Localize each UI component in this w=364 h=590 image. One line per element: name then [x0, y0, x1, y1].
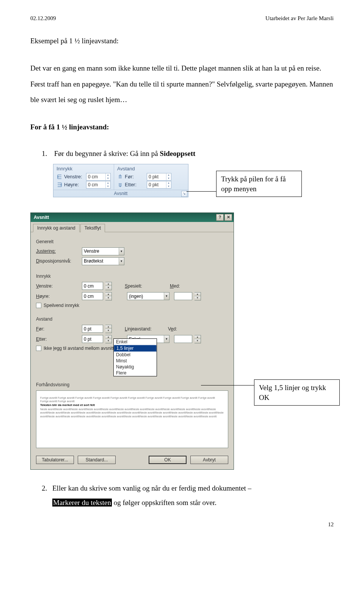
mirror-indent-label: Speilvend innrykk [44, 303, 79, 308]
spin-up-icon[interactable]: ▴ [166, 181, 171, 185]
before-value[interactable] [82, 326, 103, 332]
ribbon-after-value[interactable] [147, 182, 166, 187]
option-enkel[interactable]: Enkel [114, 339, 157, 345]
by-spinner[interactable]: ▴▾ [195, 292, 201, 301]
ribbon-group-label: Avsnitt ↘ [53, 190, 188, 197]
option-dobbel[interactable]: Dobbel [114, 352, 157, 358]
spin-up-icon[interactable]: ▴ [106, 173, 110, 177]
alignment-combo[interactable]: ▾ [82, 247, 124, 255]
page-number: 12 [30, 521, 334, 528]
right-indent-spinner[interactable]: ▴▾ [105, 292, 112, 301]
after-spinner[interactable]: ▴▾ [105, 335, 112, 343]
checkbox-icon[interactable] [36, 303, 41, 308]
alignment-value[interactable] [82, 249, 119, 254]
spin-down-icon[interactable]: ▾ [106, 185, 110, 188]
before-spinner[interactable]: ▴▾ [105, 325, 112, 333]
step-1-bold: Sideoppsett [160, 149, 195, 157]
special-label: Spesielt: [125, 283, 153, 289]
preview-grey-1: Forrige avsnitt Forrige avsnitt Forrige … [40, 396, 224, 403]
option-1-5-linjer[interactable]: 1,5 linjer [114, 345, 157, 352]
chevron-down-icon[interactable]: ▾ [119, 248, 124, 255]
at-spinner[interactable]: ▴▾ [195, 335, 201, 343]
ribbon-right-spinner[interactable]: ▴▾ [86, 181, 111, 189]
right-indent-field[interactable] [82, 292, 103, 300]
header-date: 02.12.2009 [30, 15, 56, 22]
ribbon-left-spinner[interactable]: ▴▾ [86, 173, 111, 181]
default-button[interactable]: Standard... [78, 456, 116, 464]
spin-up-icon[interactable]: ▴ [106, 181, 110, 185]
paragraph-dialog: Avsnitt ? ✕ Innrykk og avstand Tekstflyt… [30, 212, 234, 470]
ribbon-right-label: Høyre: [64, 182, 85, 187]
chevron-down-icon[interactable]: ▾ [164, 335, 169, 343]
spin-down-icon[interactable]: ▾ [106, 177, 110, 180]
ribbon-paragraph-group: Innrykk Venstre: ▴▾ [53, 164, 188, 197]
help-button[interactable]: ? [216, 214, 224, 221]
ribbon-left-label: Venstre: [64, 174, 85, 179]
before-field[interactable] [82, 325, 103, 333]
linespacing-dropdown[interactable]: Enkel 1,5 linjer Dobbel Minst Nøyaktig F… [113, 338, 157, 376]
tab-textflow[interactable]: Tekstflyt [80, 224, 105, 232]
indent-left-icon [56, 174, 63, 180]
ribbon-spacing-head: Avstand [117, 166, 171, 171]
group-indent: Innrykk [36, 274, 228, 279]
special-combo[interactable]: ▾ [127, 292, 169, 300]
intro-body: Det var en gang en mann som ikke kunne t… [30, 60, 334, 108]
step-2-highlight: Markerer du teksten [52, 499, 112, 507]
space-after-icon [117, 182, 123, 188]
option-flere[interactable]: Flere [114, 370, 157, 376]
ribbon-left-value[interactable] [86, 174, 105, 179]
cancel-button[interactable]: Avbryt [190, 456, 228, 464]
dialog-title: Avsnitt [34, 215, 49, 220]
by-value[interactable] [174, 294, 192, 299]
spin-down-icon[interactable]: ▾ [166, 177, 171, 180]
no-space-label: Ikke legg til avstand mellom avsnitt med [44, 346, 124, 351]
ribbon-after-spinner[interactable]: ▴▾ [147, 181, 171, 189]
ok-button[interactable]: OK [149, 456, 187, 464]
step-1-num: 1. [42, 146, 52, 161]
at-field[interactable] [174, 335, 192, 343]
left-indent-spinner[interactable]: ▴▾ [105, 282, 112, 290]
tab-indent-spacing[interactable]: Innrykk og avstand [33, 224, 80, 232]
ribbon-after-label: Etter: [125, 182, 145, 187]
right-indent-label: Høyre: [36, 294, 80, 299]
option-noyaktig[interactable]: Nøyaktig [114, 364, 157, 370]
left-indent-value[interactable] [82, 283, 103, 289]
by-field[interactable] [174, 292, 192, 300]
step-2-text-a: Eller kan du skrive som vanlig og når du… [52, 484, 251, 492]
right-indent-value[interactable] [82, 294, 103, 299]
option-minst[interactable]: Minst [114, 358, 157, 364]
outline-value[interactable] [82, 258, 119, 264]
spin-up-icon[interactable]: ▴ [166, 173, 171, 177]
callout-line [187, 191, 216, 192]
step-2-num: 2. [42, 481, 52, 496]
after-field[interactable] [82, 335, 103, 343]
chevron-down-icon[interactable]: ▾ [164, 293, 169, 300]
special-value[interactable] [127, 294, 164, 299]
left-indent-field[interactable] [82, 282, 103, 290]
ribbon-before-label: Før: [125, 174, 145, 179]
mirror-indent-checkbox[interactable]: Speilvend innrykk [36, 303, 228, 308]
after-value[interactable] [82, 337, 103, 342]
step-2-text-b: og følger oppskriften som står over. [112, 499, 217, 507]
group-general: Generelt [36, 239, 228, 244]
section-heading: For å få 1 ½ linjeavstand: [30, 119, 334, 135]
callout-line-2 [201, 385, 254, 385]
group-preview: Forhåndsvisning [36, 382, 228, 387]
close-button[interactable]: ✕ [224, 214, 232, 221]
ribbon-before-value[interactable] [147, 174, 166, 179]
step-1: 1. Før du begynner å skrive: Gå inn på S… [42, 146, 334, 161]
outline-combo[interactable]: ▾ [82, 257, 124, 265]
at-label: Ved: [168, 326, 183, 332]
tabs-button[interactable]: Tabulatorer... [36, 456, 74, 464]
checkbox-icon[interactable] [36, 346, 41, 351]
preview-grey-2: Neste avsnittNeste avsnittNeste avsnittN… [40, 407, 224, 418]
ribbon-indent-head: Innrykk [56, 166, 111, 171]
after-label: Etter: [36, 337, 80, 342]
ribbon-right-value[interactable] [86, 182, 105, 187]
at-value[interactable] [174, 337, 192, 342]
dialog-launcher-icon[interactable]: ↘ [181, 191, 187, 197]
linespacing-label: Linjeavstand: [125, 326, 159, 332]
chevron-down-icon[interactable]: ▾ [119, 258, 124, 265]
spin-down-icon[interactable]: ▾ [166, 185, 171, 188]
ribbon-before-spinner[interactable]: ▴▾ [147, 173, 171, 181]
